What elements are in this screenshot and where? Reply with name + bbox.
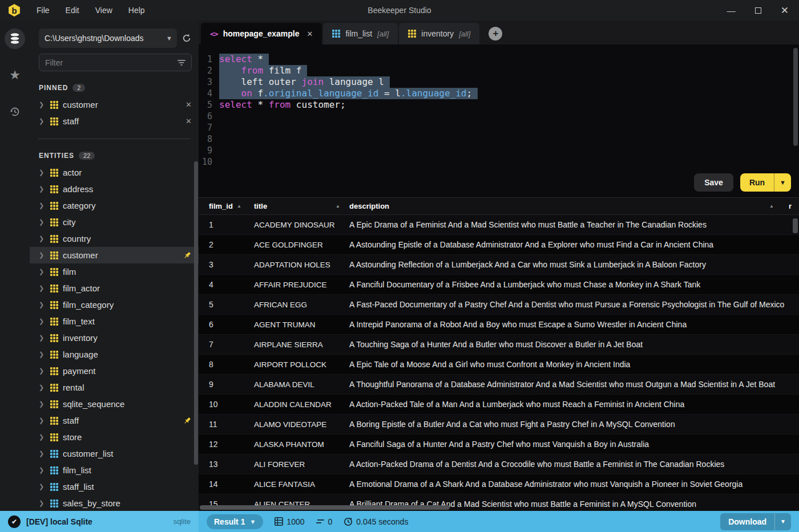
editor-scrollbar[interactable] bbox=[793, 48, 798, 146]
chevron-right-icon[interactable]: ❯ bbox=[39, 400, 46, 408]
results-horizontal-scrollbar[interactable] bbox=[200, 505, 450, 510]
chevron-right-icon[interactable]: ❯ bbox=[39, 117, 46, 125]
tab-film_list[interactable]: film_list [all] bbox=[323, 23, 398, 44]
unpin-close-icon[interactable]: ✕ bbox=[185, 100, 192, 109]
filter-funnel-icon[interactable] bbox=[177, 59, 185, 66]
results-vertical-scrollbar[interactable] bbox=[793, 218, 798, 233]
entity-staff_list[interactable]: ❯ staff_list bbox=[30, 478, 199, 495]
save-button[interactable]: Save bbox=[694, 173, 733, 192]
chevron-right-icon[interactable]: ❯ bbox=[39, 251, 46, 259]
editor-line[interactable]: 3 left outer join language l bbox=[199, 76, 799, 88]
connection-select[interactable]: C:\Users\ghstng\Downloads ▼ bbox=[39, 29, 177, 48]
history-button[interactable] bbox=[5, 101, 25, 122]
run-button[interactable]: Run bbox=[740, 173, 774, 192]
chevron-right-icon[interactable]: ❯ bbox=[39, 417, 46, 424]
chevron-right-icon[interactable]: ❯ bbox=[39, 301, 46, 308]
menu-edit[interactable]: Edit bbox=[66, 6, 79, 15]
table-row[interactable]: 5 AFRICAN EGG A Fast-Paced Documentary o… bbox=[199, 295, 799, 315]
connection-status[interactable]: ✔ [DEV] local Sqlite sqlite bbox=[0, 511, 199, 532]
menu-view[interactable]: View bbox=[95, 6, 112, 15]
refresh-icon[interactable] bbox=[181, 33, 192, 43]
entity-film_text[interactable]: ❯ film_text bbox=[30, 313, 199, 330]
entity-category[interactable]: ❯ category bbox=[30, 197, 199, 214]
run-dropdown-caret[interactable]: ▼ bbox=[774, 173, 791, 192]
menu-file[interactable]: File bbox=[37, 6, 50, 15]
entity-store[interactable]: ❯ store bbox=[30, 429, 199, 445]
table-row[interactable]: 8 AIRPORT POLLOCK A Epic Tale of a Moose… bbox=[199, 355, 799, 375]
chevron-right-icon[interactable]: ❯ bbox=[39, 384, 46, 391]
chevron-right-icon[interactable]: ❯ bbox=[39, 235, 46, 242]
table-row[interactable]: 9 ALABAMA DEVIL A Thoughtful Panorama of… bbox=[199, 375, 799, 395]
entity-city[interactable]: ❯ city bbox=[30, 214, 199, 230]
chevron-right-icon[interactable]: ❯ bbox=[39, 202, 46, 209]
chevron-right-icon[interactable]: ❯ bbox=[39, 450, 46, 457]
table-row[interactable]: 11 ALAMO VIDEOTAPE A Boring Epistle of a… bbox=[199, 415, 799, 434]
column-header-film-id[interactable]: film_id ▲ bbox=[199, 202, 250, 210]
sidebar-scrollbar[interactable] bbox=[194, 161, 198, 465]
chevron-right-icon[interactable]: ❯ bbox=[39, 433, 46, 441]
entity-payment[interactable]: ❯ payment bbox=[30, 363, 199, 379]
editor-line[interactable]: 4 on f.original_language_id = l.language… bbox=[199, 88, 799, 99]
editor-line[interactable]: 7 bbox=[199, 122, 799, 133]
pin-icon[interactable] bbox=[183, 251, 192, 260]
column-header-partial[interactable]: r bbox=[789, 202, 799, 210]
entity-rental[interactable]: ❯ rental bbox=[30, 379, 199, 396]
unpin-close-icon[interactable]: ✕ bbox=[185, 117, 192, 125]
entity-staff[interactable]: ❯ staff bbox=[30, 412, 199, 429]
download-button[interactable]: Download bbox=[720, 513, 774, 530]
chevron-right-icon[interactable]: ❯ bbox=[39, 268, 46, 275]
editor-line[interactable]: 5 select * from customer; bbox=[199, 99, 799, 111]
tables-panel-button[interactable] bbox=[5, 29, 25, 49]
pinned-table-item[interactable]: ❯ staff ✕ bbox=[30, 113, 199, 129]
entity-address[interactable]: ❯ address bbox=[30, 181, 199, 197]
chevron-right-icon[interactable]: ❯ bbox=[39, 334, 46, 342]
editor-line[interactable]: 8 bbox=[199, 133, 799, 145]
close-icon[interactable]: ✕ bbox=[781, 6, 789, 15]
chevron-right-icon[interactable]: ❯ bbox=[39, 466, 46, 474]
column-header-title[interactable]: title ▲ bbox=[250, 202, 347, 210]
table-row[interactable]: 6 AGENT TRUMAN A Intrepid Panorama of a … bbox=[199, 315, 799, 335]
chevron-right-icon[interactable]: ❯ bbox=[39, 351, 46, 358]
tab-close-icon[interactable]: ✕ bbox=[307, 30, 313, 38]
chevron-right-icon[interactable]: ❯ bbox=[39, 169, 46, 176]
table-row[interactable]: 2 ACE GOLDFINGER A Astounding Epistle of… bbox=[199, 235, 799, 255]
chevron-right-icon[interactable]: ❯ bbox=[39, 318, 46, 325]
chevron-right-icon[interactable]: ❯ bbox=[39, 185, 46, 193]
tab-homepage_example[interactable]: <> homepage_example ✕ bbox=[201, 23, 322, 44]
editor-line[interactable]: 10 bbox=[199, 156, 799, 168]
chevron-right-icon[interactable]: ❯ bbox=[39, 499, 46, 507]
table-row[interactable]: 13 ALI FOREVER A Action-Packed Drama of … bbox=[199, 454, 799, 474]
minimize-icon[interactable]: — bbox=[727, 6, 736, 15]
table-row[interactable]: 4 AFFAIR PREJUDICE A Fanciful Documentar… bbox=[199, 275, 799, 295]
entity-film_list[interactable]: ❯ film_list bbox=[30, 462, 199, 478]
entity-sqlite_sequence[interactable]: ❯ sqlite_sequence bbox=[30, 396, 199, 412]
entity-film[interactable]: ❯ film bbox=[30, 263, 199, 280]
table-row[interactable]: 14 ALICE FANTASIA A Emotional Drama of a… bbox=[199, 474, 799, 494]
table-row[interactable]: 1 ACADEMY DINOSAUR A Epic Drama of a Fem… bbox=[199, 215, 799, 235]
table-row[interactable]: 12 ALASKA PHANTOM A Fanciful Saga of a H… bbox=[199, 434, 799, 454]
menu-help[interactable]: Help bbox=[128, 6, 145, 15]
pin-icon[interactable] bbox=[183, 416, 192, 425]
chevron-right-icon[interactable]: ❯ bbox=[39, 367, 46, 375]
chevron-right-icon[interactable]: ❯ bbox=[39, 218, 46, 226]
entity-customer[interactable]: ❯ customer bbox=[30, 247, 199, 263]
pinned-table-item[interactable]: ❯ customer ✕ bbox=[30, 96, 199, 113]
sql-editor[interactable]: 1 select * 2 from film f 3 left outer jo… bbox=[199, 44, 799, 197]
filter-input[interactable] bbox=[45, 58, 177, 67]
entity-language[interactable]: ❯ language bbox=[30, 346, 199, 363]
entity-country[interactable]: ❯ country bbox=[30, 230, 199, 247]
entity-inventory[interactable]: ❯ inventory bbox=[30, 330, 199, 346]
entity-sales_by_store[interactable]: ❯ sales_by_store bbox=[30, 495, 199, 511]
editor-line[interactable]: 9 bbox=[199, 145, 799, 156]
entity-film_category[interactable]: ❯ film_category bbox=[30, 297, 199, 313]
maximize-icon[interactable] bbox=[755, 7, 761, 14]
editor-line[interactable]: 2 from film f bbox=[199, 65, 799, 76]
entity-film_actor[interactable]: ❯ film_actor bbox=[30, 280, 199, 297]
chevron-right-icon[interactable]: ❯ bbox=[39, 101, 46, 108]
download-dropdown-caret[interactable]: ▼ bbox=[774, 513, 791, 530]
chevron-right-icon[interactable]: ❯ bbox=[39, 285, 46, 292]
column-header-description[interactable]: description ▲ bbox=[347, 202, 789, 210]
table-row[interactable]: 3 ADAPTATION HOLES A Astounding Reflecti… bbox=[199, 255, 799, 275]
result-selector[interactable]: Result 1 ▼ bbox=[207, 514, 263, 529]
editor-line[interactable]: 6 bbox=[199, 111, 799, 122]
